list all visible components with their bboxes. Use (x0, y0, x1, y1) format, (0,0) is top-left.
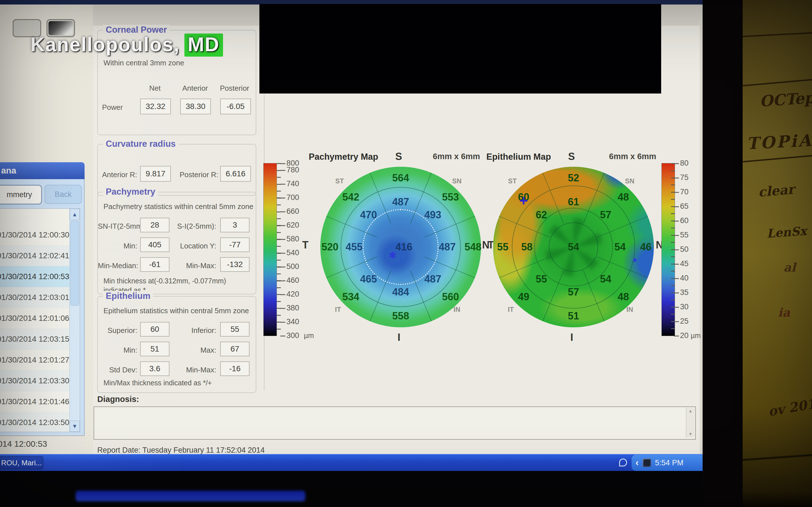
scale-tick-label: 620 (287, 221, 299, 230)
watermark-title: MD (185, 34, 223, 57)
scale-tick-label: 500 (287, 262, 299, 271)
groupbox-subtitle: Epithelium statistics within central 5mm… (103, 306, 249, 315)
scale-tick-label: 300 (287, 331, 299, 340)
sector-label-in: IN (626, 305, 633, 314)
pachy-inner-st: 470 (360, 209, 377, 221)
pachy-inner-in: 487 (424, 273, 441, 285)
anterior-r-field[interactable]: 9.817 (140, 166, 171, 182)
min-median-field[interactable]: -61 (140, 257, 169, 272)
back-button[interactable]: Back (45, 185, 82, 204)
sector-label-in: IN (454, 305, 460, 314)
exam-list-item[interactable]: 01/30/2014 12:03:50 (0, 412, 70, 432)
field-label: Min-Median: (98, 262, 137, 270)
pachymetry-grid-size: 6mm x 6mm (433, 152, 480, 161)
min-max-field[interactable]: -132 (220, 257, 250, 272)
location-y-field[interactable]: -77 (220, 237, 250, 252)
exam-list-item[interactable]: 01/30/2014 12:00:53 (0, 266, 70, 287)
epithelium-map-title: Epithelium Map (486, 152, 551, 162)
exam-timestamp: 01/30/2014 12:03:50 (0, 418, 69, 427)
pachymetry-color-scale (263, 163, 277, 336)
power-net-field[interactable]: 32.32 (140, 99, 171, 114)
pachy-outer-st: 542 (342, 191, 359, 203)
epi-inner-st: 62 (536, 209, 547, 221)
epithelium-groupbox: Epithelium Epithelium statistics within … (97, 296, 256, 393)
column-header-net: Net (140, 84, 170, 93)
posterior-r-field[interactable]: 6.616 (220, 166, 251, 182)
scale-tick-label: 45 (680, 260, 689, 268)
epi-min-field[interactable]: 51 (140, 342, 169, 356)
field-label: Min: (98, 346, 137, 355)
exam-list-item[interactable]: 01/30/2014 12:02:41 (0, 245, 70, 266)
exam-list-item[interactable]: 01/30/2014 12:03:30 (0, 371, 70, 391)
scale-tick-label: 420 (287, 290, 299, 298)
exam-timestamp: 01/30/2014 12:03:15 (0, 335, 69, 343)
std-dev-field[interactable]: 3.6 (140, 361, 169, 376)
tray-status-icon[interactable] (643, 459, 651, 467)
pachy-min-field[interactable]: 405 (140, 237, 169, 252)
groupbox-title: Pachymetry (103, 187, 158, 197)
axis-s: S (395, 151, 402, 163)
power-anterior-field[interactable]: 38.30 (180, 99, 211, 114)
pachy-outer-i: 558 (392, 310, 409, 322)
power-posterior-field[interactable]: -6.05 (220, 99, 251, 114)
pachymetry-tab-button[interactable]: mmetry (0, 185, 42, 205)
epi-inner-sn: 57 (600, 209, 611, 221)
exam-timestamp: 01/30/2014 12:00:30 (0, 230, 69, 239)
whiteboard-line (743, 154, 812, 163)
scrollbar-thumb[interactable] (70, 221, 79, 305)
exam-list-item[interactable]: 01/30/2014 12:03:15 (0, 329, 70, 349)
diagnosis-scrollbar[interactable]: ▲ ▼ (686, 407, 695, 438)
epi-outer-t: 55 (497, 241, 508, 253)
scale-tick-label: 35 (680, 288, 689, 297)
exam-list-item[interactable]: 01/30/2014 12:03:01 (0, 287, 70, 308)
scroll-down-icon[interactable]: ▼ (686, 431, 695, 438)
epi-min-max-field[interactable]: -16 (220, 361, 250, 376)
whiteboard-line (743, 32, 812, 37)
exam-list-item[interactable]: 01/30/2014 12:00:30 (0, 224, 70, 245)
watermark: Kanellopoulos,MD (31, 33, 223, 56)
superior-field[interactable]: 60 (140, 322, 169, 337)
exam-list-item[interactable]: 01/30/2014 12:01:27 (0, 349, 70, 371)
epi-inner-it: 55 (536, 273, 547, 285)
scale-tick-label: 65 (680, 202, 689, 211)
scroll-up-icon[interactable]: ▲ (70, 209, 80, 220)
whiteboard-line (743, 78, 812, 87)
inferior-field[interactable]: 55 (220, 322, 250, 337)
column-header-anterior: Anterior (180, 84, 211, 93)
monitor-bezel (703, 0, 743, 507)
selected-exam-footer: 01/30/2014 12:00:53 (0, 436, 85, 452)
taskbar-patient-button[interactable]: ROU, Mari... (0, 456, 43, 469)
pachymetry-map: ST SN IT IN 564 553 548 560 558 534 520 … (320, 167, 481, 327)
hide-icons-chevron-icon[interactable]: ‹ (636, 457, 639, 468)
exam-list-container: 01/30/2014 12:00:30 01/30/2014 12:02:41 … (0, 209, 80, 432)
scale-tick-label: 660 (287, 207, 299, 216)
pachymetry-groupbox: Pachymetry Pachymetry statistics within … (97, 192, 256, 294)
exam-timestamp: 01/30/2014 12:01:27 (0, 355, 69, 364)
exam-list-item[interactable]: 01/30/2014 12:01:06 (0, 308, 70, 329)
whiteboard-photo: OCTepi TOPiA clear LenSx al ia ov 201 (743, 0, 812, 507)
oct-video-area (259, 4, 661, 94)
whiteboard-text: ia (778, 305, 790, 320)
axis-t: T (302, 239, 308, 251)
scroll-up-icon[interactable]: ▲ (686, 407, 695, 414)
max-thickness-marker-icon (633, 258, 637, 262)
exam-list-item[interactable]: 01/30/2014 12:01:46 (0, 391, 70, 412)
sector-label-sn: SN (625, 177, 635, 185)
sn-it-field[interactable]: 28 (140, 218, 169, 232)
monitor-led-glow (75, 491, 305, 501)
diagnosis-textarea[interactable]: ▲ ▼ (94, 406, 696, 440)
s-i-field[interactable]: 3 (220, 218, 250, 232)
whiteboard-text: ov 201 (767, 396, 812, 419)
sector-label-it: IT (508, 305, 514, 314)
field-label: S-I(2-5mm): (177, 222, 216, 231)
patient-name-fragment: ana (1, 166, 16, 175)
tray-app-icon[interactable] (619, 459, 627, 466)
exam-list[interactable]: 01/30/2014 12:00:30 01/30/2014 12:02:41 … (0, 209, 70, 432)
epi-max-field[interactable]: 67 (220, 342, 250, 356)
epithelium-map: ST SN IT IN 52 48 46 48 51 49 55 60 61 5… (493, 167, 654, 327)
scroll-down-icon[interactable]: ▼ (70, 420, 80, 432)
scale-tick-label: 50 (680, 245, 689, 254)
field-label: Min-Max: (177, 365, 216, 374)
exam-list-scrollbar[interactable]: ▲ ▼ (69, 209, 80, 432)
power-row-label: Power (102, 103, 123, 112)
